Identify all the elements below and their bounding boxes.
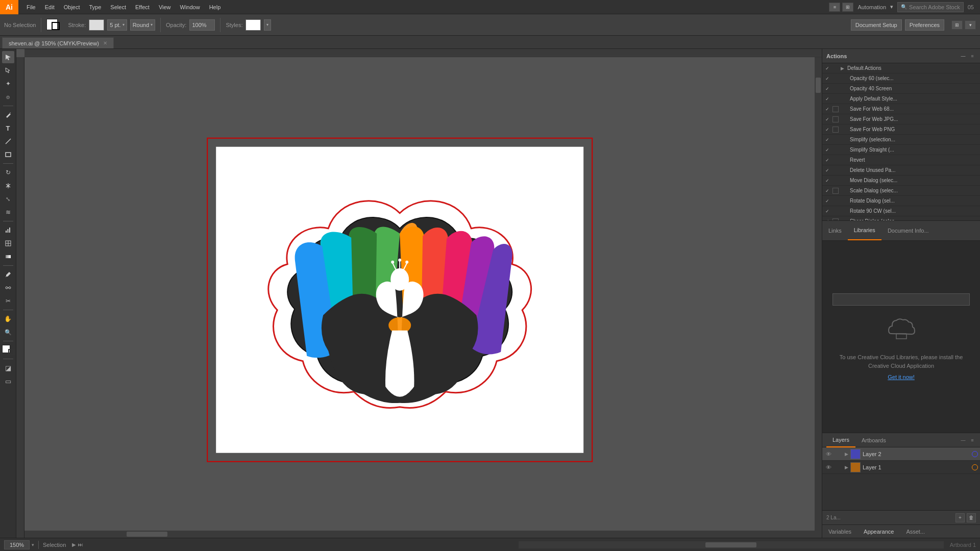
workspace-arrange-icon[interactable]: ▾	[965, 20, 976, 30]
fill-stroke-selector[interactable]	[46, 18, 65, 32]
menu-help[interactable]: Help	[205, 2, 225, 12]
selection-tool[interactable]	[2, 51, 14, 63]
document-info-tab[interactable]: Document Info...	[881, 221, 935, 240]
action-row[interactable]: ✓ Move Dialog (selec...	[822, 176, 980, 186]
layer-lock-toggle[interactable]	[835, 463, 843, 471]
action-row[interactable]: ✓ Opacity 60 (selec...	[822, 73, 980, 84]
asset-tab[interactable]: Asset...	[900, 525, 931, 538]
layer-visibility-toggle[interactable]: 👁	[824, 463, 832, 471]
layer-target-circle[interactable]	[972, 464, 978, 470]
layer-expand-arrow[interactable]: ▶	[845, 452, 848, 457]
action-row[interactable]: ✓ Scale Dialog (selec...	[822, 186, 980, 196]
stroke-type-dropdown[interactable]: Round ▾	[130, 19, 155, 31]
scale-tool[interactable]: ⤡	[2, 193, 14, 205]
styles-input[interactable]	[246, 19, 261, 31]
canvas-area[interactable]	[16, 49, 822, 538]
links-tab[interactable]: Links	[822, 221, 848, 240]
action-row[interactable]: ✓ Revert	[822, 155, 980, 165]
action-expand[interactable]: ▶	[841, 66, 844, 71]
color-selector[interactable]	[2, 345, 14, 355]
horizontal-scrollbar[interactable]	[24, 531, 815, 538]
panel-collapse-btn[interactable]: —	[960, 53, 967, 60]
layer-target-circle[interactable]	[972, 451, 978, 457]
action-row[interactable]: ✓ Rotate 90 CW (sel...	[822, 206, 980, 216]
vscroll-thumb[interactable]	[816, 78, 821, 93]
stroke-color-swatch[interactable]	[89, 19, 104, 31]
artboard[interactable]	[216, 147, 583, 453]
artboards-tab[interactable]: Artboards	[855, 433, 892, 447]
graph-tool[interactable]	[2, 224, 14, 236]
menu-type[interactable]: Type	[85, 2, 106, 12]
zoom-tool[interactable]: 🔍	[2, 326, 14, 338]
gradient-tool[interactable]	[2, 251, 14, 263]
panel-menu-btn[interactable]: ≡	[969, 53, 976, 60]
layer-lock-toggle[interactable]	[835, 450, 843, 458]
layers-panel-menu[interactable]: ≡	[969, 437, 976, 444]
document-setup-button[interactable]: Document Setup	[851, 19, 902, 31]
menu-select[interactable]: Select	[106, 2, 130, 12]
action-row[interactable]: ✓ Save For Web 68...	[822, 104, 980, 114]
action-row[interactable]: ✓ Save For Web JPG...	[822, 114, 980, 124]
action-row[interactable]: ✓ Save For Web PNG	[822, 124, 980, 135]
menu-effect[interactable]: Effect	[131, 2, 154, 12]
pen-tool[interactable]	[2, 109, 14, 121]
layer-row[interactable]: 👁 ▶ Layer 1	[822, 461, 980, 474]
zoom-dropdown-icon[interactable]: ▾	[32, 542, 34, 547]
layers-panel-collapse[interactable]: —	[960, 437, 967, 444]
delete-layer-button[interactable]: 🗑	[967, 513, 976, 522]
new-layer-button[interactable]: +	[955, 513, 965, 522]
opacity-input[interactable]: 100%	[189, 19, 215, 31]
warp-tool[interactable]: ≋	[2, 206, 14, 218]
variables-tab[interactable]: Variables	[822, 525, 857, 538]
get-it-now-link[interactable]: Get it now!	[888, 374, 915, 380]
stroke-width-dropdown[interactable]: 5 pt. ▾	[107, 19, 127, 31]
action-row[interactable]: ✓ Apply Default Style...	[822, 94, 980, 104]
action-row[interactable]: ✓ Rotate Dialog (sel...	[822, 196, 980, 206]
scissors-tool[interactable]: ✂	[2, 295, 14, 307]
menu-edit[interactable]: Edit	[41, 2, 59, 12]
status-play-icon[interactable]: ▶	[72, 542, 76, 547]
menu-window[interactable]: Window	[176, 2, 204, 12]
lasso-tool[interactable]: ⌾	[2, 91, 14, 103]
workspace-list-icon[interactable]: ≡	[829, 3, 840, 12]
action-row[interactable]: ✓ Simplify Straight (...	[822, 145, 980, 155]
menu-file[interactable]: File	[22, 2, 40, 12]
layer-row[interactable]: 👁 ▶ Layer 2	[822, 447, 980, 461]
action-row[interactable]: ✓ Delete Unused Pa...	[822, 165, 980, 176]
action-row[interactable]: ✓ Simplify (selection...	[822, 135, 980, 145]
libraries-tab[interactable]: Libraries	[848, 221, 881, 240]
eyedropper-tool[interactable]	[2, 268, 14, 281]
rotate-tool[interactable]: ↻	[2, 166, 14, 179]
blend-tool[interactable]	[2, 282, 14, 294]
mesh-tool[interactable]	[2, 237, 14, 249]
magic-wand-tool[interactable]: ✦	[2, 78, 14, 90]
zoom-input[interactable]	[4, 540, 30, 549]
action-row[interactable]: ✓ ▶ Default Actions	[822, 63, 980, 73]
stroke-indicator[interactable]	[8, 349, 14, 355]
action-row[interactable]: ✓ Opacity 40 Screen	[822, 84, 980, 94]
reflect-tool[interactable]	[2, 180, 14, 192]
layers-tab[interactable]: Layers	[826, 433, 855, 447]
document-tab[interactable]: sheven.ai @ 150% (CMYK/Preview) ✕	[2, 37, 114, 48]
rectangle-tool[interactable]	[2, 148, 14, 161]
tab-close-button[interactable]: ✕	[103, 40, 107, 46]
action-row[interactable]: ✓ Shear Dialog (selec...	[822, 216, 980, 220]
status-next-icon[interactable]: ⏭	[78, 542, 83, 547]
libraries-search-input[interactable]	[832, 293, 970, 306]
direct-selection-tool[interactable]	[2, 64, 14, 77]
layer-visibility-toggle[interactable]: 👁	[824, 450, 832, 458]
hscroll-thumb[interactable]	[127, 532, 167, 537]
stroke-color-box[interactable]	[52, 22, 60, 30]
appearance-tab[interactable]: Appearance	[857, 525, 900, 538]
hand-tool[interactable]: ✋	[2, 313, 14, 325]
workspace-grid-icon[interactable]: ⊞	[842, 3, 853, 12]
arrange-icon[interactable]: ⊞	[951, 20, 963, 30]
color-mode-normal[interactable]: ◪	[2, 362, 14, 374]
change-screen-mode[interactable]: ▭	[2, 375, 14, 387]
styles-dropdown[interactable]: ▾	[264, 19, 271, 31]
line-tool[interactable]	[2, 135, 14, 147]
preferences-button[interactable]: Preferences	[905, 19, 944, 31]
vertical-scrollbar[interactable]	[815, 57, 822, 538]
layer-expand-arrow[interactable]: ▶	[845, 465, 848, 470]
type-tool[interactable]: T	[2, 122, 14, 134]
